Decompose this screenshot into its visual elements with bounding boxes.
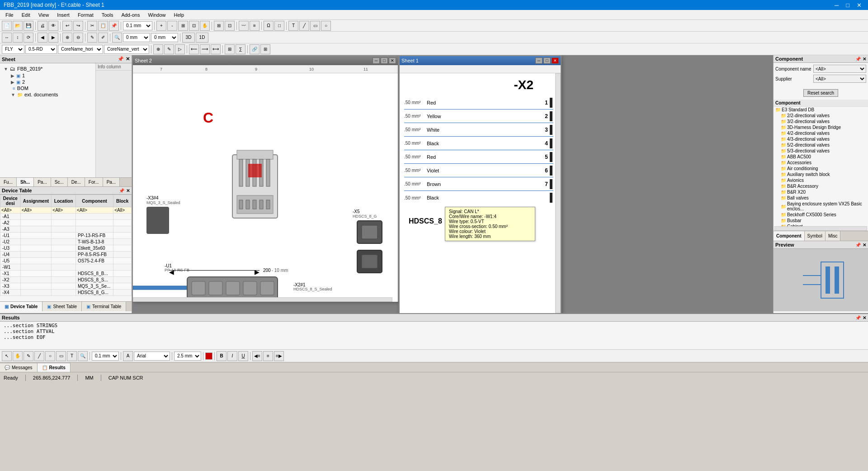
zoom-all-btn[interactable]: ⊡ <box>189 21 199 31</box>
tab-results[interactable]: 📋 Results <box>38 363 71 372</box>
filter-block[interactable] <box>113 207 131 213</box>
reset-search-button[interactable]: Reset search <box>803 89 838 97</box>
table-row[interactable]: -U2T-WS-B-13-8 <box>0 239 132 245</box>
right-panel-close[interactable]: ✕ <box>863 57 866 62</box>
bt-align-left-btn[interactable]: ◀≡ <box>252 351 262 361</box>
copy-btn[interactable]: 📋 <box>98 21 108 31</box>
table-row[interactable]: -U3Etikett_35x60 <box>0 245 132 252</box>
ct-tree-item[interactable]: 📁Busbar <box>774 218 868 224</box>
tb3-btn1[interactable]: ⊕ <box>153 44 163 54</box>
tb3-btn2[interactable]: ✎ <box>164 44 174 54</box>
symbol-btn[interactable]: Ω <box>264 21 274 31</box>
menu-tools[interactable]: Tools <box>98 11 117 19</box>
line-width2-select[interactable]: 0.1 mm <box>92 352 119 361</box>
snap-btn[interactable]: ⊡ <box>225 21 235 31</box>
tb3-btn8[interactable]: ∑ <box>236 44 245 54</box>
tab-symbol[interactable]: Symbol <box>805 231 826 241</box>
table-row[interactable]: -U1PP-13-RS-FB <box>0 233 132 239</box>
menu-file[interactable]: File <box>2 11 17 19</box>
menu-format[interactable]: Format <box>74 11 97 19</box>
ct-tree-item[interactable]: 📁Air conditioning <box>774 166 868 171</box>
signal-select[interactable]: FLY <box>2 45 24 54</box>
tb2-btn3[interactable]: ⟳ <box>24 33 33 43</box>
right-panel-pin[interactable]: 📌 <box>855 57 861 62</box>
ct-tree-item[interactable]: 📁Auxiliary switch block <box>774 171 868 177</box>
1d-btn[interactable]: 1D <box>196 33 208 43</box>
print-preview-btn[interactable]: 👁 <box>48 21 58 31</box>
tb2-btn8[interactable]: ✎ <box>87 33 97 43</box>
menu-addons[interactable]: Add-ons <box>118 11 143 19</box>
sheet1-min-btn[interactable]: ─ <box>535 57 542 64</box>
minimize-btn[interactable]: ─ <box>832 2 841 9</box>
tab-pa2[interactable]: Pa... <box>103 178 120 186</box>
sheet1-max-btn[interactable]: □ <box>543 57 551 64</box>
tree-sheet-1[interactable]: ▶ ▣ 1 <box>9 72 94 79</box>
table-row[interactable]: -X2HDSCS_8_S... <box>0 277 132 283</box>
table-row[interactable]: -X4HDSCS_8_G... <box>0 290 132 296</box>
table-row[interactable]: -A2 <box>0 220 132 226</box>
bt-select-btn[interactable]: ↖ <box>2 351 12 361</box>
menu-edit[interactable]: Edit <box>18 11 34 19</box>
bt-underline-btn[interactable]: U <box>238 351 248 361</box>
component-tree-scrollbar[interactable] <box>774 226 867 231</box>
tab-de[interactable]: De... <box>68 178 85 186</box>
ct-tree-item[interactable]: 📁Ball valves <box>774 195 868 201</box>
tab-component[interactable]: Component <box>774 231 805 241</box>
table-row[interactable]: -A1 <box>0 214 132 220</box>
tb2-btn10[interactable]: 🔍 <box>112 33 122 43</box>
tab-sheet-table[interactable]: ▣ Sheet Table <box>42 302 82 311</box>
text-btn[interactable]: T <box>288 21 298 31</box>
sheet1-close-btn[interactable]: ✕ <box>552 57 559 64</box>
ct-tree-item[interactable]: 📁4/2-directional valves <box>774 130 868 136</box>
ct-tree-item[interactable]: 📁Baying enclosure system VX25 Basic encl… <box>774 201 868 212</box>
rect-btn[interactable]: ▭ <box>310 21 320 31</box>
tb3-btn6[interactable]: ⟷ <box>211 44 221 54</box>
menu-window[interactable]: Window <box>144 11 169 19</box>
core-name-hori[interactable]: CoreName_hori <box>58 45 103 54</box>
print-btn[interactable]: 🖨 <box>38 21 47 31</box>
table-row[interactable]: -U4PP-8.5-RS-FB <box>0 252 132 258</box>
bt-move-btn[interactable]: ✋ <box>13 351 23 361</box>
device-table-close[interactable]: ✕ <box>126 188 130 193</box>
wire-btn[interactable]: 〰 <box>239 21 249 31</box>
bt-color-btn[interactable] <box>205 352 212 360</box>
close-btn[interactable]: ✕ <box>854 2 864 9</box>
redo-btn[interactable]: ↪ <box>73 21 83 31</box>
tb3-btn4[interactable]: ⟵ <box>189 44 199 54</box>
tb2-btn9[interactable]: ✐ <box>98 33 108 43</box>
preview-pin[interactable]: 📌 <box>855 243 861 247</box>
bt-bold-btn[interactable]: B <box>217 351 226 361</box>
sheet2-max-btn[interactable]: □ <box>381 57 388 64</box>
tb3-btn3[interactable]: ▷ <box>175 44 185 54</box>
sheet-panel-pin[interactable]: 📌 <box>118 56 124 62</box>
bt-draw-btn[interactable]: ✎ <box>24 351 33 361</box>
tab-sc[interactable]: Sc... <box>51 178 68 186</box>
results-pin[interactable]: 📌 <box>855 315 861 320</box>
tree-ext-docs[interactable]: ▼ 📁 ext. documents <box>9 91 94 98</box>
offset-x-input[interactable]: 0 mm <box>123 33 150 42</box>
tb2-btn4[interactable]: ◀ <box>38 33 47 43</box>
tree-project[interactable]: ▼ 🗂 FBB_2019* <box>2 65 94 72</box>
menu-help[interactable]: Help <box>170 11 188 19</box>
line-btn[interactable]: ╱ <box>299 21 309 31</box>
bt-circle-btn[interactable]: ○ <box>45 351 55 361</box>
tb3-btn10[interactable]: ⊞ <box>260 44 270 54</box>
open-btn[interactable]: 📂 <box>13 21 23 31</box>
ct-tree-item[interactable]: 📁4/3-directional valves <box>774 136 868 142</box>
supplier-select[interactable]: <All> <box>813 75 866 83</box>
device-btn[interactable]: □ <box>274 21 284 31</box>
tab-sh[interactable]: Sh... <box>17 178 34 186</box>
bt-italic-btn[interactable]: I <box>227 351 237 361</box>
tab-misc[interactable]: Misc <box>826 231 841 241</box>
table-row[interactable]: -W1 <box>0 264 132 271</box>
ct-tree-item[interactable]: 📁Beckhoff CX5000 Series <box>774 212 868 218</box>
tb2-btn7[interactable]: ⊖ <box>73 33 83 43</box>
grid-btn[interactable]: ⊞ <box>214 21 224 31</box>
menu-view[interactable]: View <box>35 11 53 19</box>
font-size-select[interactable]: 2.5 mm <box>174 352 201 361</box>
bus-btn[interactable]: ≡ <box>250 21 259 31</box>
tb3-btn9[interactable]: 🔗 <box>250 44 259 54</box>
circle-btn[interactable]: ○ <box>321 21 331 31</box>
sheet-panel-close[interactable]: ✕ <box>126 56 130 62</box>
save-btn[interactable]: 💾 <box>24 21 33 31</box>
